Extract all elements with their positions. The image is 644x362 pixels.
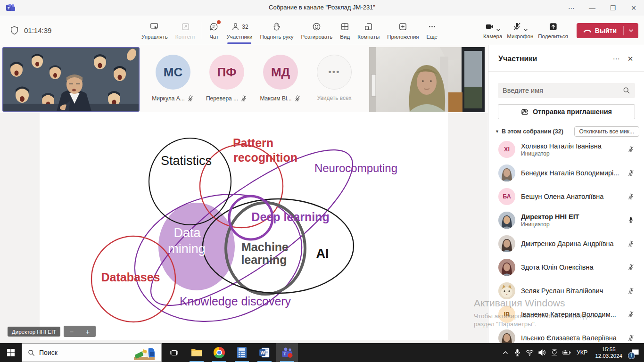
toolbar-divider — [202, 22, 202, 39]
speaker-video-tile[interactable] — [2, 47, 140, 112]
avatar: ХІ — [498, 141, 515, 158]
participant-mic[interactable] — [626, 216, 636, 224]
tray-date: 12.03.2024 — [595, 353, 622, 359]
participant-mic[interactable] — [626, 146, 636, 153]
window-close-button[interactable]: ✕ — [623, 0, 644, 16]
participant-mic[interactable] — [626, 169, 636, 177]
tray-microphone-icon[interactable] — [512, 343, 524, 362]
taskbar-file-explorer[interactable] — [186, 343, 207, 362]
apps-button[interactable]: Приложения — [383, 16, 422, 45]
tray-clock[interactable]: 15:55 12.03.2024 — [591, 346, 626, 359]
camera-chevron-icon[interactable] — [496, 28, 501, 32]
chrome-icon — [214, 347, 225, 358]
tray-camera-indicator-icon[interactable] — [548, 343, 561, 362]
taskbar-calculator[interactable] — [231, 343, 253, 362]
file-explorer-icon — [191, 348, 202, 357]
notification-badge: 1 — [628, 352, 635, 359]
avatar — [498, 329, 515, 343]
taskbar-word[interactable]: W — [254, 343, 275, 362]
more-button[interactable]: Еще — [423, 16, 441, 45]
participants-panel: Участники ⋯ ✕ Отправка приглашения ▼ В э… — [488, 45, 644, 343]
view-button[interactable]: Вид — [336, 16, 354, 45]
avatar — [498, 235, 515, 252]
taskbar-search-icon — [28, 349, 35, 356]
participant-name: Іваненко Катерина Володим... — [521, 311, 626, 318]
venn-label-knowledge: Knowledge discovery — [180, 295, 291, 308]
participant-row[interactable]: Бенедик Наталія Володимирі... — [488, 161, 644, 185]
tray-battery-icon[interactable] — [561, 343, 573, 362]
participant-mic[interactable] — [626, 334, 636, 342]
start-button[interactable] — [0, 343, 22, 362]
panel-close-icon[interactable]: ✕ — [623, 55, 637, 63]
camera-video-feed — [369, 47, 485, 112]
action-center-button[interactable]: 1 — [626, 343, 644, 362]
avatar — [498, 259, 515, 276]
participant-search-input[interactable] — [503, 87, 623, 94]
camera-icon — [485, 22, 495, 32]
react-button[interactable]: Реагировать — [297, 16, 337, 45]
window-menu-dots[interactable]: ⋯ — [561, 0, 582, 16]
participant-mic[interactable] — [626, 193, 636, 200]
react-icon — [312, 22, 322, 32]
avatar-tiles-row: МС Миркула А... ПФ Перевера ... МД Макси… — [146, 45, 361, 113]
participant-row[interactable]: БА Бешун Олена Анатоліївна — [488, 185, 644, 208]
participant-row[interactable]: Директор ННІ ЕІТ Инициатор — [488, 208, 644, 232]
apps-icon — [398, 22, 408, 32]
participants-button[interactable]: 32 Участники — [223, 16, 256, 45]
microphone-chevron-icon[interactable] — [523, 28, 528, 32]
stage-avatar-name: Максим Ві... — [260, 95, 291, 102]
participant-row[interactable]: Дмитренко Дарина Андріївна — [488, 232, 644, 255]
participant-row[interactable]: ХІ Холявко Наталія Іванівна Инициатор — [488, 138, 644, 161]
microphone-button[interactable]: Микрофон — [506, 22, 534, 39]
leave-button[interactable]: Выйти — [577, 23, 638, 38]
leave-chevron-icon[interactable] — [624, 23, 638, 38]
chat-button[interactable]: Чат — [205, 16, 223, 45]
taskbar-chrome[interactable] — [208, 343, 230, 362]
raise-hand-button[interactable]: Поднять руку — [256, 16, 297, 45]
window-restore-button[interactable]: ❐ — [603, 0, 623, 16]
teams-taskbar-icon: T — [281, 347, 293, 358]
tray-wifi-icon[interactable] — [524, 343, 536, 362]
panel-more-icon[interactable]: ⋯ — [609, 55, 623, 63]
participant-mic[interactable] — [626, 263, 636, 271]
participant-mic[interactable] — [626, 287, 636, 295]
send-invite-button[interactable]: Отправка приглашения — [498, 104, 635, 119]
participant-row[interactable]: Ільєнко Єлизавета Валеріївна — [488, 326, 644, 343]
manage-button[interactable]: Управлять — [138, 16, 172, 45]
zoom-in-button[interactable]: + — [80, 326, 96, 337]
stage-avatar-name: Миркула А... — [152, 95, 185, 102]
participant-mic[interactable] — [626, 240, 636, 247]
stage-avatar-tile[interactable]: ПФ Перевера ... — [200, 45, 254, 113]
task-view-button[interactable] — [166, 343, 182, 362]
camera-video-tile[interactable] — [369, 47, 485, 112]
meeting-timer: 01:14:39 — [24, 26, 51, 34]
participant-row[interactable]: Здота Юлія Олексіївна — [488, 255, 644, 279]
avatar: БА — [498, 188, 515, 205]
taskbar-search-box[interactable]: Поиск — [22, 343, 162, 362]
venn-label-pattern-1: Pattern — [233, 136, 273, 149]
mute-all-button[interactable]: Отключить все мик... — [574, 126, 639, 137]
participant-name: Здота Юлія Олексіївна — [521, 263, 626, 271]
see-all-tile[interactable]: ••• Увидеть всех — [307, 45, 361, 113]
stage-avatar-tile[interactable]: МД Максим Ві... — [254, 45, 307, 113]
tray-language-indicator[interactable]: УКР — [573, 349, 592, 356]
rooms-icon — [363, 22, 373, 32]
participant-row[interactable]: Зеляк Руслан Віталійович — [488, 279, 644, 303]
participant-row[interactable]: ІВ Іваненко Катерина Володим... — [488, 303, 644, 326]
participant-search[interactable] — [498, 83, 635, 98]
zoom-out-button[interactable]: − — [64, 326, 80, 337]
avatar: ПФ — [209, 55, 244, 90]
tray-hidden-icons-chevron[interactable] — [499, 343, 512, 362]
section-caret-icon[interactable]: ▼ — [495, 129, 499, 134]
participant-mic[interactable] — [626, 311, 636, 318]
stage-avatar-tile[interactable]: МС Миркула А... — [146, 45, 200, 113]
camera-button[interactable]: Камера — [482, 22, 503, 39]
search-highlight-graphic[interactable] — [133, 345, 157, 361]
venn-label-databases: Databases — [101, 271, 160, 284]
task-view-icon — [170, 349, 178, 357]
tray-volume-icon[interactable] — [536, 343, 548, 362]
share-button[interactable]: Поделиться — [537, 22, 569, 39]
taskbar-teams[interactable]: T — [276, 343, 298, 362]
window-minimize-button[interactable]: — — [582, 0, 603, 16]
rooms-button[interactable]: Комнаты — [354, 16, 383, 45]
